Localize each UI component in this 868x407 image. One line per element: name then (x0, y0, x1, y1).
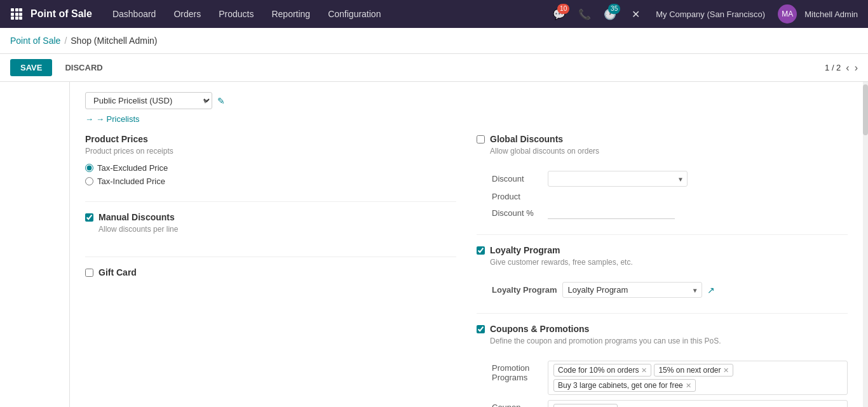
tag-remove-2[interactable]: ✕ (686, 382, 691, 390)
phone-icon-btn[interactable]: 📞 (574, 4, 595, 24)
pricelist-arrow-icon: → (85, 114, 93, 124)
discount-select-wrapper (548, 171, 688, 187)
coupon-tags-field[interactable]: 10% Discount ✕ (548, 400, 848, 407)
tag-remove-0[interactable]: ✕ (641, 366, 647, 375)
svg-rect-1 (15, 8, 18, 11)
manual-discounts-checkbox[interactable] (85, 213, 93, 222)
discount-pct-input[interactable]: 10.00 (548, 206, 675, 219)
programs-label: Programs (492, 373, 543, 382)
form-area: Public Pricelist (USD) ✎ → → Pricelists … (70, 82, 863, 407)
breadcrumb: Point of Sale / Shop (Mitchell Admin) (0, 28, 868, 54)
tax-excluded-radio[interactable] (85, 164, 93, 172)
tag-label-2: Buy 3 large cabinets, get one for free (558, 381, 683, 390)
left-column: Product Prices Product prices on receipt… (85, 134, 456, 407)
gift-card-checkbox[interactable] (85, 269, 93, 277)
tax-excluded-label: Tax-Excluded Price (97, 163, 168, 173)
company-name: My Company (San Francisco) (651, 10, 770, 19)
toolbar: SAVE DISCARD 1 / 2 ‹ › (0, 54, 868, 82)
global-discounts-desc: Allow global discounts on orders (490, 147, 599, 156)
pricelists-link[interactable]: → → Pricelists (85, 114, 848, 124)
loyalty-title: Loyalty Program (490, 245, 633, 255)
loyalty-select[interactable]: Loyalty Program (562, 282, 702, 298)
chat-badge: 10 (557, 4, 569, 14)
chat-icon-btn[interactable]: 💬 10 (549, 4, 569, 24)
tax-excluded-radio-item[interactable]: Tax-Excluded Price (85, 163, 456, 173)
divider-1 (85, 201, 456, 202)
loyalty-external-link-icon[interactable]: ↗ (707, 285, 715, 295)
product-label: Product (492, 192, 543, 201)
loyalty-desc: Give customer rewards, free samples, etc… (490, 258, 633, 267)
loyalty-checkbox[interactable] (477, 246, 485, 255)
tax-included-radio[interactable] (85, 177, 93, 185)
breadcrumb-separator: / (64, 36, 67, 46)
tag-label-1: 15% on next order (658, 366, 721, 375)
close-icon-btn[interactable]: ✕ (625, 4, 646, 24)
nav-icons-group: 💬 10 📞 🕐 35 ✕ My Company (San Francisco)… (549, 4, 860, 24)
two-column-layout: Product Prices Product prices on receipt… (85, 134, 848, 407)
global-discounts-checkbox[interactable] (477, 135, 485, 143)
discount-select[interactable] (548, 171, 688, 187)
breadcrumb-parent[interactable]: Point of Sale (10, 36, 60, 46)
manual-discounts-section: Manual Discounts Allow discounts per lin… (85, 212, 456, 241)
coupon-label-group: Coupon Programs (492, 403, 543, 407)
coupons-header: Coupons & Promotions Define the coupon a… (477, 324, 848, 353)
product-field-row: Product (492, 192, 848, 201)
tag-label-0: Code for 10% on orders (558, 366, 639, 375)
promotion-tags-field[interactable]: Code for 10% on orders ✕ 15% on next ord… (548, 361, 848, 395)
coupons-desc: Define the coupon and promotion programs… (490, 337, 721, 345)
discard-button[interactable]: DISCARD (57, 59, 110, 76)
nav-configuration[interactable]: Configuration (320, 0, 388, 28)
global-discounts-title: Global Discounts (490, 134, 599, 144)
divider-2 (85, 257, 456, 257)
pricelist-select[interactable]: Public Pricelist (USD) (85, 92, 212, 109)
global-discounts-text: Global Discounts Allow global discounts … (490, 134, 599, 163)
loyalty-select-wrapper: Loyalty Program (562, 282, 702, 298)
clock-icon-btn[interactable]: 🕐 35 (600, 4, 620, 24)
pagination: 1 / 2 ‹ › (825, 63, 858, 73)
svg-rect-0 (11, 8, 14, 11)
svg-rect-4 (15, 13, 18, 16)
coupons-promotions-section: Coupons & Promotions Define the coupon a… (477, 324, 848, 407)
coupons-text: Coupons & Promotions Define the coupon a… (490, 324, 721, 353)
scrollbar[interactable] (863, 82, 868, 407)
scrollbar-thumb[interactable] (863, 84, 868, 135)
global-discounts-header: Global Discounts Allow global discounts … (477, 134, 848, 163)
prev-page-button[interactable]: ‹ (846, 63, 849, 73)
loyalty-program-row: Loyalty Program Loyalty Program ↗ (492, 282, 848, 298)
tax-included-label: Tax-Included Price (97, 177, 165, 186)
divider-4 (477, 313, 848, 314)
tag-remove-1[interactable]: ✕ (723, 366, 729, 375)
top-navigation: Point of Sale Dashboard Orders Products … (0, 0, 868, 28)
gift-card-header: Gift Card (85, 267, 456, 280)
nav-reporting[interactable]: Reporting (264, 0, 318, 28)
clock-badge: 35 (608, 4, 620, 14)
app-grid-icon[interactable] (8, 5, 25, 23)
manual-discounts-title: Manual Discounts (98, 212, 178, 222)
gift-card-title: Gift Card (98, 267, 137, 277)
discount-label: Discount (492, 174, 543, 183)
next-page-button[interactable]: › (855, 63, 858, 73)
promotion-programs-row: Promotion Programs Code for 10% on order… (492, 361, 848, 395)
discount-pct-label: Discount % (492, 208, 543, 218)
promotion-label: Promotion (492, 363, 543, 373)
gift-card-text: Gift Card (98, 267, 137, 280)
loyalty-text: Loyalty Program Give customer rewards, f… (490, 245, 633, 274)
nav-products[interactable]: Products (211, 0, 261, 28)
coupons-checkbox[interactable] (477, 325, 485, 333)
price-radio-group: Tax-Excluded Price Tax-Included Price (85, 163, 456, 186)
save-button[interactable]: SAVE (10, 59, 52, 76)
promotion-tags-container: Code for 10% on orders ✕ 15% on next ord… (548, 361, 848, 395)
manual-discounts-text: Manual Discounts Allow discounts per lin… (98, 212, 178, 241)
manual-discounts-header: Manual Discounts Allow discounts per lin… (85, 212, 456, 241)
pricelist-edit-icon[interactable]: ✎ (217, 96, 225, 106)
global-discounts-section: Global Discounts Allow global discounts … (477, 134, 848, 219)
tax-included-radio-item[interactable]: Tax-Included Price (85, 177, 456, 186)
user-avatar[interactable]: MA (778, 4, 797, 23)
nav-orders[interactable]: Orders (166, 0, 208, 28)
discount-pct-row: Discount % 10.00 (492, 206, 848, 219)
nav-dashboard[interactable]: Dashboard (105, 0, 164, 28)
loyalty-field-label: Loyalty Program (492, 285, 557, 295)
pricelist-link-label: → Pricelists (96, 114, 140, 124)
svg-rect-8 (19, 17, 22, 20)
coupon-programs-row: Coupon Programs 10% Discount ✕ (492, 400, 848, 407)
